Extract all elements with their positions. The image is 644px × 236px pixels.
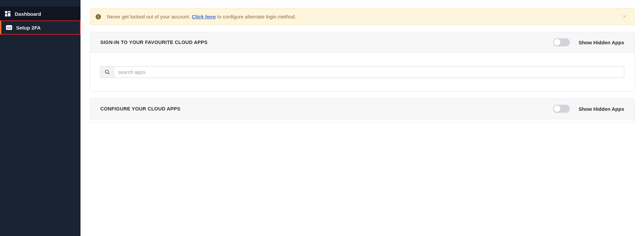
toggle-label: Show Hidden Apps: [579, 106, 624, 112]
configure-alt-login-link[interactable]: Click here: [192, 14, 216, 19]
svg-line-5: [108, 73, 109, 74]
toggle-label: Show Hidden Apps: [579, 40, 624, 45]
search-apps: [100, 66, 624, 78]
panel-configure-cloud-apps: CONFIGURE YOUR CLOUD APPS Show Hidden Ap…: [90, 98, 635, 123]
svg-rect-3: [5, 14, 7, 16]
otp-icon: 123: [6, 25, 12, 31]
show-hidden-apps-toggle[interactable]: [553, 38, 570, 46]
main-content: ! Never get locked out of your account. …: [80, 0, 644, 236]
panel-header: CONFIGURE YOUR CLOUD APPS Show Hidden Ap…: [90, 99, 634, 119]
toggle-knob: [554, 105, 560, 112]
lockout-alert: ! Never get locked out of your account. …: [90, 8, 635, 25]
svg-rect-0: [5, 11, 7, 13]
sidebar: Dashboard 123 Setup 2FA: [0, 0, 80, 236]
sidebar-item-setup-2fa[interactable]: 123 Setup 2FA: [0, 20, 80, 35]
sidebar-item-dashboard[interactable]: Dashboard: [0, 7, 80, 21]
warning-icon: !: [96, 14, 101, 19]
toggle-knob: [554, 39, 560, 46]
svg-rect-1: [8, 11, 10, 12]
sidebar-item-label: Setup 2FA: [16, 25, 41, 31]
close-icon[interactable]: ×: [621, 13, 628, 20]
svg-rect-2: [8, 13, 10, 16]
panel-body: [90, 53, 634, 91]
panel-header: SIGN-IN TO YOUR FAVOURITE CLOUD APPS Sho…: [90, 32, 634, 53]
dashboard-icon: [5, 11, 11, 17]
show-hidden-apps-toggle[interactable]: [553, 105, 570, 113]
panel-body-empty: [90, 119, 634, 123]
search-apps-input[interactable]: [114, 66, 624, 78]
svg-point-4: [105, 70, 108, 73]
panel-title: CONFIGURE YOUR CLOUD APPS: [100, 106, 180, 111]
panel-title: SIGN-IN TO YOUR FAVOURITE CLOUD APPS: [100, 40, 208, 45]
search-icon: [100, 66, 114, 78]
sidebar-item-label: Dashboard: [15, 11, 41, 17]
panel-signin-cloud-apps: SIGN-IN TO YOUR FAVOURITE CLOUD APPS Sho…: [90, 32, 635, 92]
alert-text: Never get locked out of your account. Cl…: [107, 14, 615, 19]
